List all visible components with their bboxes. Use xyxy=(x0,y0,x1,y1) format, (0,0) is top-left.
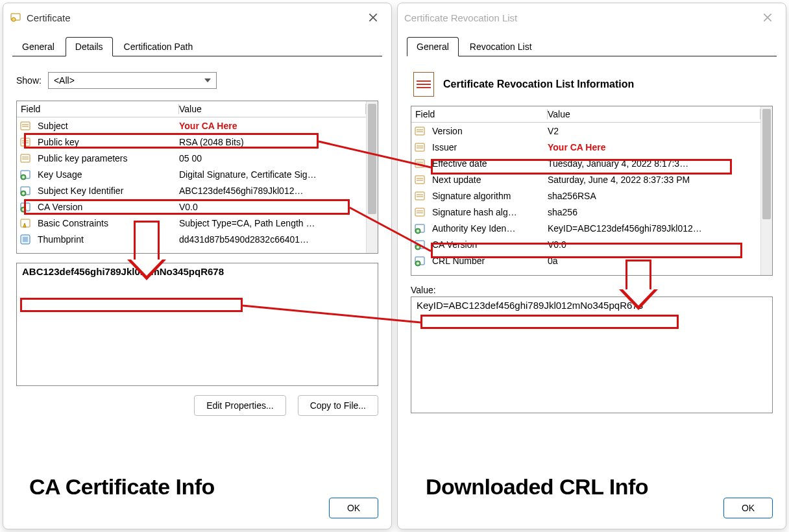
svg-rect-33 xyxy=(415,192,424,200)
cell-value: V0.0 xyxy=(548,239,760,250)
cell-value: 0a xyxy=(548,256,760,266)
row-icon xyxy=(414,206,426,218)
col-field[interactable]: Field xyxy=(17,104,179,114)
svg-rect-8 xyxy=(21,154,30,162)
cell-field: Thumbprint xyxy=(34,234,179,245)
cell-field: Public key xyxy=(34,137,179,147)
cell-value: dd431d87b5490d2832c66401… xyxy=(179,234,366,245)
table-row[interactable]: Next updateSaturday, June 4, 2022 8:37:3… xyxy=(411,171,760,187)
table-row[interactable]: IssuerYour CA Here xyxy=(411,139,760,155)
crl-dialog: Certificate Revocation List General Revo… xyxy=(397,3,786,529)
close-button[interactable] xyxy=(756,8,779,27)
certificate-icon xyxy=(10,12,21,23)
table-row[interactable]: Authority Key Iden…KeyID=ABC123def456ghi… xyxy=(411,220,760,236)
row-icon xyxy=(19,136,31,148)
cell-field: CRL Number xyxy=(428,256,548,266)
col-value[interactable]: Value xyxy=(548,109,760,119)
table-row[interactable]: CA VersionV0.0 xyxy=(411,236,760,252)
cell-field: Next update xyxy=(428,175,548,185)
row-icon xyxy=(414,158,426,169)
table-row[interactable]: Key UsageDigital Signature, Certificate … xyxy=(17,166,366,182)
cell-value: KeyID=ABC123def456ghi789Jkl012… xyxy=(548,223,760,234)
caption-right: Downloaded CRL Info xyxy=(426,474,648,500)
cell-value: sha256RSA xyxy=(548,191,760,201)
scrollbar[interactable] xyxy=(760,106,772,275)
cell-field: Effective date xyxy=(428,158,548,169)
table-row[interactable]: Public key parameters05 00 xyxy=(17,150,366,166)
col-field[interactable]: Field xyxy=(411,109,548,119)
table-row[interactable]: Signature algorithmsha256RSA xyxy=(411,187,760,204)
table-row[interactable]: Thumbprintdd431d87b5490d2832c66401… xyxy=(17,231,366,247)
cell-value: Saturday, June 4, 2022 8:37:33 PM xyxy=(548,175,760,185)
cell-value: Tuesday, January 4, 2022 8:17:3… xyxy=(548,158,760,169)
row-icon xyxy=(414,255,426,267)
table-row[interactable]: Basic ConstraintsSubject Type=CA, Path L… xyxy=(17,215,366,231)
tab-general[interactable]: General xyxy=(407,37,459,56)
scrollbar[interactable] xyxy=(366,101,378,253)
tab-revocation-list[interactable]: Revocation List xyxy=(460,37,542,56)
tab-general[interactable]: General xyxy=(12,37,64,56)
show-label: Show: xyxy=(16,75,42,86)
row-icon xyxy=(19,201,31,213)
cell-field: CA Version xyxy=(428,239,548,250)
value-detail-box-left[interactable]: ABC123def456ghi789Jkl012mNo345pqR678 xyxy=(16,263,378,386)
table-row[interactable]: SubjectYour CA Here xyxy=(17,117,366,134)
cell-value: Your CA Here xyxy=(548,142,760,152)
row-icon xyxy=(414,223,426,234)
edit-properties-button[interactable]: Edit Properties... xyxy=(194,395,286,416)
close-button[interactable] xyxy=(361,8,385,27)
tab-certpath[interactable]: Certification Path xyxy=(114,37,203,56)
grid-header: Field Value xyxy=(411,106,760,123)
fields-grid-right: Field Value VersionV2IssuerYour CA HereE… xyxy=(411,106,773,276)
table-row[interactable]: VersionV2 xyxy=(411,123,760,139)
row-icon xyxy=(414,174,426,186)
svg-rect-21 xyxy=(415,127,424,135)
tabstrip-left: General Details Certification Path xyxy=(12,34,382,56)
cell-value: ABC123def456ghi789Jkl012… xyxy=(179,186,366,196)
tab-details[interactable]: Details xyxy=(66,37,113,56)
row-icon xyxy=(414,239,426,250)
row-icon xyxy=(414,141,426,153)
cell-field: Public key parameters xyxy=(34,153,179,163)
row-icon xyxy=(19,169,31,180)
row-icon xyxy=(19,185,31,197)
cell-field: Signature hash alg… xyxy=(428,207,548,217)
table-row[interactable]: Public keyRSA (2048 Bits) xyxy=(17,134,366,150)
cell-value: V2 xyxy=(548,126,760,136)
svg-rect-20 xyxy=(23,237,28,242)
cell-value: sha256 xyxy=(548,207,760,217)
table-row[interactable]: Subject Key IdentifierABC123def456ghi789… xyxy=(17,182,366,199)
svg-rect-2 xyxy=(21,122,30,130)
cell-field: Issuer xyxy=(428,142,548,152)
show-value: <All> xyxy=(54,75,75,86)
cell-value: Your CA Here xyxy=(179,121,366,131)
tabstrip-right: General Revocation List xyxy=(407,34,777,56)
certificate-dialog: Certificate General Details Certificatio… xyxy=(3,3,392,529)
svg-rect-27 xyxy=(415,160,424,167)
col-value[interactable]: Value xyxy=(179,104,366,114)
table-row[interactable]: Signature hash alg…sha256 xyxy=(411,204,760,220)
cell-field: Subject xyxy=(34,121,179,131)
titlebar-right: Certificate Revocation List xyxy=(398,3,786,32)
copy-to-file-button[interactable]: Copy to File... xyxy=(298,395,378,416)
scroll-thumb[interactable] xyxy=(762,109,771,219)
crl-icon xyxy=(413,72,434,97)
detail-value: ABC123def456ghi789Jkl012mNo345pqR678 xyxy=(22,266,224,277)
details-panel: Show: <All> Field Value SubjectYour CA H… xyxy=(3,56,391,425)
table-row[interactable]: Effective dateTuesday, January 4, 2022 8… xyxy=(411,155,760,171)
scroll-thumb[interactable] xyxy=(368,104,376,214)
ok-button-right[interactable]: OK xyxy=(723,498,773,518)
cell-field: Key Usage xyxy=(34,169,179,180)
general-panel: Certificate Revocation List Information … xyxy=(398,56,786,422)
value-detail-box-right[interactable]: KeyID=ABC123def456ghi789Jkl012mNo345pqR6… xyxy=(411,296,773,413)
grid-header: Field Value xyxy=(17,101,366,117)
caption-left: CA Certificate Info xyxy=(29,474,215,500)
window-title: Certificate Revocation List xyxy=(404,12,756,23)
cell-field: CA Version xyxy=(34,202,179,212)
cell-value: 05 00 xyxy=(179,153,366,163)
ok-button-left[interactable]: OK xyxy=(329,498,378,518)
table-row[interactable]: CA VersionV0.0 xyxy=(17,199,366,215)
table-row[interactable]: CRL Number0a xyxy=(411,252,760,269)
show-dropdown[interactable]: <All> xyxy=(48,72,217,89)
row-icon xyxy=(414,190,426,202)
